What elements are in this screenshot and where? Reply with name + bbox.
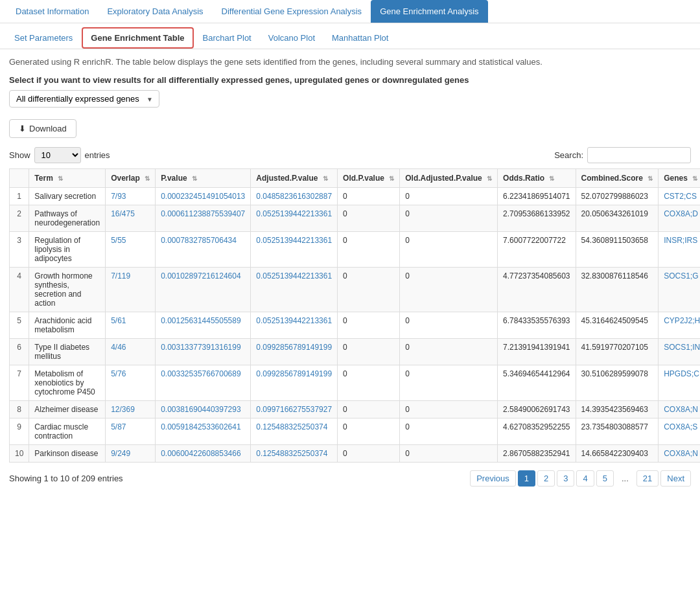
col-adjpvalue[interactable]: Adjusted.P.value ⇅ [251,169,338,188]
top-nav: Dataset Information Exploratory Data Ana… [0,0,700,23]
entries-label: entries [85,150,110,160]
col-genes[interactable]: Genes ⇅ [659,169,700,188]
pagination-previous[interactable]: Previous [470,470,516,487]
table-row: 5Arachidonic acid metabolism5/610.001256… [10,312,701,339]
show-entries: Show 10 25 50 100 entries [9,147,110,163]
download-icon: ⬇ [19,124,26,133]
tab-volcano-plot[interactable]: Volcano Plot [261,29,323,47]
tab-set-parameters[interactable]: Set Parameters [6,29,80,47]
pagination-ellipsis: ... [616,471,635,486]
pagination: Previous 1 2 3 4 5 ... 21 Next [470,470,691,487]
sort-icon-combinedscore: ⇅ [648,175,653,182]
download-button[interactable]: ⬇ Download [9,119,76,138]
nav-gene-enrichment-analysis[interactable]: Gene Enrichment Analysis [371,0,487,23]
nav-dataset-information[interactable]: Dataset Information [6,0,98,23]
sub-nav: Set Parameters Gene Enrichment Table Bar… [0,23,700,49]
sort-icon-adjpvalue: ⇅ [323,175,328,182]
table-row: 4Growth hormone synthesis, secretion and… [10,268,701,312]
table-row: 6Type II diabetes mellitus4/460.00313377… [10,339,701,365]
pagination-page-4[interactable]: 4 [576,470,594,487]
pagination-row: Showing 1 to 10 of 209 entries Previous … [9,470,691,487]
sort-icon-oldpvalue: ⇅ [389,175,394,182]
pagination-page-5[interactable]: 5 [596,470,614,487]
search-input[interactable] [587,147,691,163]
col-oddsratio[interactable]: Odds.Ratio ⇅ [498,169,576,188]
filter-label: Select if you want to view results for a… [9,74,691,86]
table-row: 3Regulation of lipolysis in adipocytes5/… [10,232,701,268]
sort-icon-overlap: ⇅ [145,175,150,182]
table-row: 8Alzheimer disease12/3690.00381690440397… [10,401,701,418]
sort-icon-oldadjpvalue: ⇅ [487,175,492,182]
table-row: 10Parkinson disease9/2490.00600422608853… [10,445,701,463]
col-oldadjpvalue[interactable]: Old.Adjusted.P.value ⇅ [400,169,498,188]
sort-icon-oddsratio: ⇅ [549,175,554,182]
data-table: Term ⇅ Overlap ⇅ P.value ⇅ Adjusted.P.va… [9,168,700,463]
search-box: Search: [554,147,691,163]
table-row: 1Salivary secretion7/930.000232451491054… [10,188,701,205]
main-content: Generated using R enrichR. The table bel… [0,49,700,494]
col-term[interactable]: Term ⇅ [29,169,106,188]
pagination-page-1[interactable]: 1 [518,470,535,487]
pagination-page-3[interactable]: 3 [557,470,574,487]
pagination-page-2[interactable]: 2 [537,470,555,487]
entries-select[interactable]: 10 25 50 100 [34,147,81,163]
table-controls: Show 10 25 50 100 entries Search: [9,147,691,163]
tab-gene-enrichment-table[interactable]: Gene Enrichment Table [82,27,193,49]
table-row: 7Metabolism of xenobiotics by cytochrome… [10,365,701,401]
col-num [10,169,29,188]
show-label: Show [9,150,30,160]
table-row: 9Cardiac muscle contraction5/870.0059184… [10,418,701,445]
filter-select-wrapper: All differentially expressed genesUpregu… [9,90,159,108]
nav-exploratory-data-analysis[interactable]: Exploratory Data Analysis [98,0,212,23]
pagination-next[interactable]: Next [660,470,691,487]
showing-text: Showing 1 to 10 of 209 entries [9,474,123,483]
nav-differential-gene-expression[interactable]: Differential Gene Expression Analysis [213,0,371,23]
table-row: 2Pathways of neurodegeneration16/4750.00… [10,205,701,232]
tab-barchart-plot[interactable]: Barchart Plot [195,29,259,47]
download-label: Download [29,124,67,133]
sort-icon-pvalue: ⇅ [192,175,197,182]
col-oldpvalue[interactable]: Old.P.value ⇅ [338,169,400,188]
sort-icon-term: ⇅ [58,175,63,182]
sort-icon-genes: ⇅ [692,175,697,182]
col-combinedscore[interactable]: Combined.Score ⇅ [576,169,659,188]
col-pvalue[interactable]: P.value ⇅ [156,169,251,188]
pagination-page-last[interactable]: 21 [636,470,659,487]
tab-manhattan-plot[interactable]: Manhattan Plot [324,29,396,47]
description-text: Generated using R enrichR. The table bel… [9,57,691,67]
table-header-row: Term ⇅ Overlap ⇅ P.value ⇅ Adjusted.P.va… [10,169,701,188]
filter-select[interactable]: All differentially expressed genesUpregu… [9,90,159,108]
col-overlap[interactable]: Overlap ⇅ [106,169,156,188]
search-label: Search: [554,150,583,160]
